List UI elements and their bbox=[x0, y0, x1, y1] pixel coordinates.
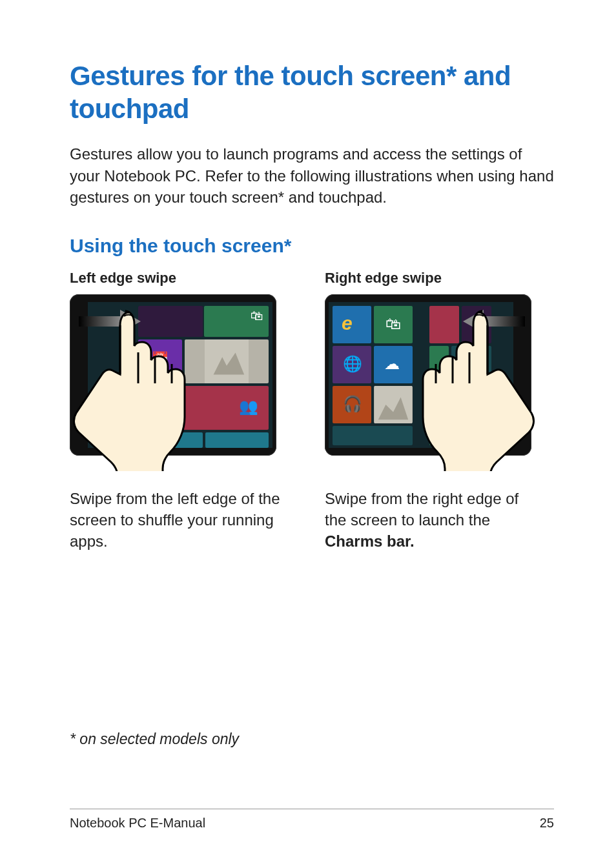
right-edge-swipe-column: Right edge swipe e 🛍 🌐 bbox=[325, 270, 554, 552]
left-description: Swipe from the left edge of the screen t… bbox=[70, 488, 283, 552]
ie-icon: e bbox=[342, 312, 353, 334]
store-icon: 🛍 bbox=[385, 315, 401, 333]
right-description: Swipe from the right edge of the screen … bbox=[325, 488, 538, 552]
right-desc-bold: Charms bar. bbox=[325, 532, 415, 550]
right-desc-text: Swipe from the right edge of the screen … bbox=[325, 490, 518, 529]
footer-page-number: 25 bbox=[540, 816, 554, 831]
music-icon: 🎧 bbox=[343, 395, 362, 413]
footnote: * on selected models only bbox=[70, 731, 239, 748]
left-heading: Left edge swipe bbox=[70, 270, 299, 287]
maps-icon: 🌐 bbox=[343, 355, 362, 373]
left-edge-swipe-illustration: 🛍 📅 👥 bbox=[70, 294, 276, 456]
intro-paragraph: Gestures allow you to launch programs an… bbox=[70, 143, 554, 207]
store-icon: 🛍 bbox=[251, 308, 263, 323]
hand-icon bbox=[413, 303, 555, 471]
hand-icon bbox=[53, 303, 195, 471]
photo-placeholder-icon bbox=[374, 386, 413, 423]
cloud-icon: ☁ bbox=[384, 355, 400, 373]
left-edge-swipe-column: Left edge swipe 🛍 📅 bbox=[70, 270, 299, 552]
svg-rect-0 bbox=[205, 339, 249, 383]
page-title: Gestures for the touch screen* and touch… bbox=[70, 59, 554, 125]
people-icon: 👥 bbox=[239, 398, 258, 416]
photo-placeholder-icon bbox=[185, 339, 269, 383]
footer-doc-title: Notebook PC E-Manual bbox=[70, 816, 205, 831]
right-edge-swipe-illustration: e 🛍 🌐 ☁ 🎧 bbox=[325, 294, 531, 456]
section-heading: Using the touch screen* bbox=[70, 235, 554, 257]
right-heading: Right edge swipe bbox=[325, 270, 554, 287]
